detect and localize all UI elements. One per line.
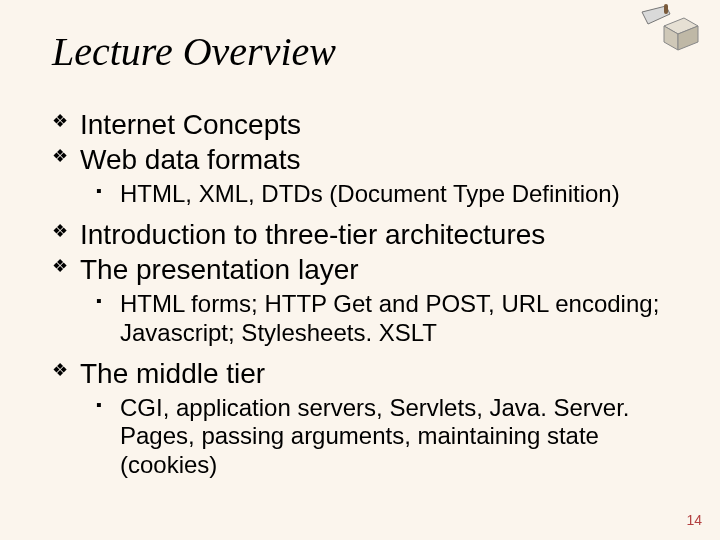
bullet-lvl1: The middle tier [52, 357, 668, 390]
bullet-lvl2: HTML forms; HTTP Get and POST, URL encod… [92, 290, 668, 347]
slide: Lecture Overview Internet Concepts Web d… [0, 0, 720, 540]
slide-body: Internet Concepts Web data formats HTML,… [52, 106, 668, 489]
bullet-lvl1: The presentation layer [52, 253, 668, 286]
page-number: 14 [686, 512, 702, 528]
svg-rect-4 [664, 4, 668, 14]
bullet-lvl1: Introduction to three-tier architectures [52, 218, 668, 251]
trowel-cube-icon [636, 4, 700, 56]
bullet-lvl2: HTML, XML, DTDs (Document Type Definitio… [92, 180, 668, 208]
bullet-lvl1: Web data formats [52, 143, 668, 176]
bullet-lvl2: CGI, application servers, Servlets, Java… [92, 394, 668, 479]
bullet-lvl1: Internet Concepts [52, 108, 668, 141]
slide-title: Lecture Overview [52, 28, 336, 75]
